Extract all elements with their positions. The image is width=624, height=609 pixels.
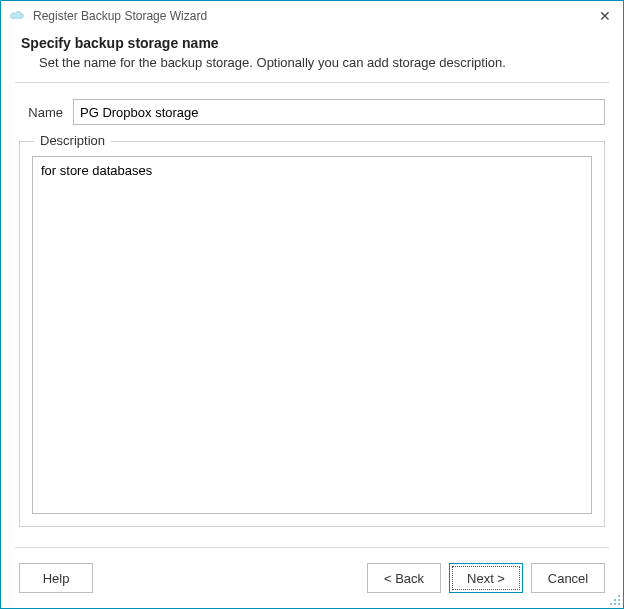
next-button[interactable]: Next > <box>449 563 523 593</box>
wizard-footer: Help < Back Next > Cancel <box>1 548 623 608</box>
name-row: Name <box>19 99 605 125</box>
name-label: Name <box>19 105 73 120</box>
description-textarea[interactable] <box>32 156 592 514</box>
svg-point-1 <box>614 599 616 601</box>
description-label: Description <box>34 133 111 148</box>
svg-point-5 <box>618 603 620 605</box>
svg-point-2 <box>618 599 620 601</box>
cancel-button[interactable]: Cancel <box>531 563 605 593</box>
cloud-icon <box>9 9 29 24</box>
back-button[interactable]: < Back <box>367 563 441 593</box>
svg-point-4 <box>614 603 616 605</box>
svg-point-0 <box>618 595 620 597</box>
wizard-header: Specify backup storage name Set the name… <box>1 31 623 82</box>
page-subtitle: Set the name for the backup storage. Opt… <box>39 55 603 70</box>
close-button[interactable]: ✕ <box>595 6 615 26</box>
wizard-content: Name Description <box>1 83 623 539</box>
titlebar: Register Backup Storage Wizard ✕ <box>1 1 623 31</box>
description-fieldset: Description <box>19 141 605 527</box>
wizard-window: Register Backup Storage Wizard ✕ Specify… <box>0 0 624 609</box>
help-button[interactable]: Help <box>19 563 93 593</box>
page-heading: Specify backup storage name <box>21 35 603 51</box>
svg-point-3 <box>610 603 612 605</box>
window-title: Register Backup Storage Wizard <box>29 9 595 23</box>
close-icon: ✕ <box>599 8 611 24</box>
name-input[interactable] <box>73 99 605 125</box>
